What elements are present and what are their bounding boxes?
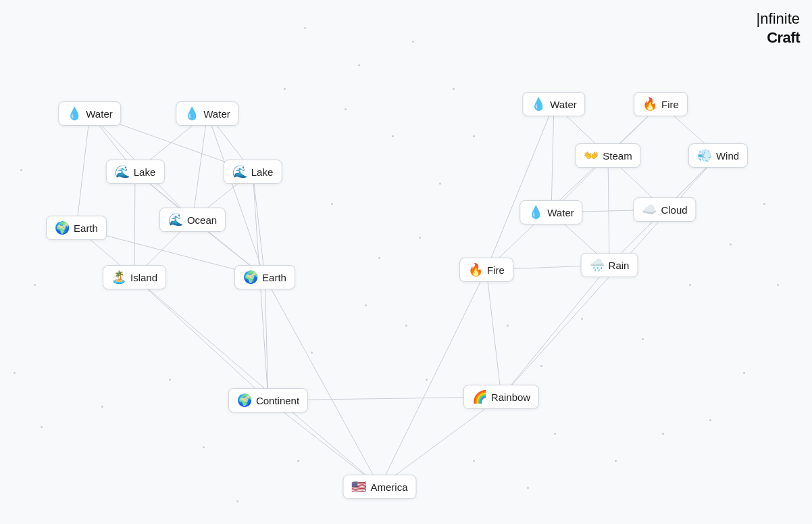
- node-label: America: [370, 481, 407, 493]
- node-emoji: 🌍: [243, 270, 258, 285]
- bg-dot: [473, 460, 475, 462]
- node-label: Ocean: [187, 214, 217, 226]
- node-label: Water: [203, 108, 230, 120]
- connection-line: [76, 114, 90, 228]
- bg-dot: [41, 426, 43, 428]
- node-emoji: 🏝️: [111, 270, 126, 285]
- bg-dot: [34, 284, 36, 286]
- node-america[interactable]: 🇺🇸America: [342, 475, 416, 499]
- bg-dot: [540, 365, 542, 367]
- node-fire1[interactable]: 🔥Fire: [634, 92, 688, 116]
- node-label: Earth: [262, 272, 286, 283]
- node-lake2[interactable]: 🌊Lake: [224, 160, 282, 184]
- bg-dot: [284, 88, 286, 90]
- node-emoji: 💧: [184, 106, 199, 121]
- bg-dot: [642, 338, 644, 340]
- connection-line: [193, 114, 207, 220]
- bg-dot: [581, 318, 583, 320]
- bg-dot: [304, 27, 306, 29]
- node-rainbow[interactable]: 🌈Rainbow: [463, 385, 539, 409]
- node-rain[interactable]: 🌧️Rain: [581, 253, 638, 277]
- bg-dot: [763, 203, 765, 205]
- logo-line2: Craft: [757, 28, 800, 47]
- node-steam[interactable]: 👐Steam: [575, 143, 640, 168]
- bg-dot: [453, 88, 455, 90]
- connection-line: [134, 277, 380, 487]
- connection-line: [268, 400, 380, 487]
- node-earth1[interactable]: 🌍Earth: [46, 216, 107, 240]
- node-emoji: 🌈: [472, 389, 487, 404]
- node-emoji: 💧: [528, 205, 543, 220]
- node-emoji: 🌧️: [590, 258, 605, 272]
- connection-canvas: [0, 0, 812, 524]
- node-label: Water: [86, 108, 112, 120]
- node-emoji: 🌍: [237, 393, 252, 408]
- bg-dot: [169, 379, 171, 381]
- node-emoji: 🌍: [55, 220, 70, 235]
- node-emoji: 👐: [584, 148, 599, 163]
- connection-line: [486, 104, 661, 270]
- bg-dot: [203, 446, 205, 448]
- node-label: Earth: [74, 222, 98, 234]
- connection-line: [486, 270, 501, 397]
- node-label: Lake: [134, 166, 156, 178]
- bg-dot: [331, 203, 333, 205]
- bg-dot: [689, 284, 691, 286]
- bg-dot: [473, 135, 475, 137]
- logo: |nfinite Craft: [757, 9, 800, 47]
- node-continent[interactable]: 🌍Continent: [228, 388, 308, 412]
- bg-dot: [101, 406, 103, 408]
- node-label: Rain: [609, 260, 630, 271]
- node-emoji: 🔥: [642, 97, 657, 112]
- connection-line: [551, 104, 554, 212]
- node-label: Continent: [256, 395, 299, 406]
- node-island[interactable]: 🏝️Island: [103, 265, 166, 289]
- bg-dot: [392, 135, 394, 137]
- node-label: Fire: [661, 99, 679, 110]
- bg-dot: [20, 169, 22, 171]
- connection-line: [501, 265, 609, 397]
- node-cloud[interactable]: ☁️Cloud: [633, 197, 696, 222]
- node-emoji: 🌊: [115, 164, 130, 179]
- node-emoji: 🌊: [232, 164, 247, 179]
- node-emoji: ☁️: [642, 202, 657, 217]
- node-water4[interactable]: 💧Water: [519, 200, 582, 224]
- bg-dot: [311, 352, 313, 354]
- node-wind[interactable]: 💨Wind: [688, 143, 748, 168]
- node-lake1[interactable]: 🌊Lake: [106, 160, 165, 184]
- connection-line: [380, 397, 501, 487]
- bg-dot: [365, 304, 367, 306]
- connection-line: [134, 277, 268, 400]
- node-label: Cloud: [661, 204, 687, 216]
- bg-dot: [412, 41, 414, 43]
- bg-dot: [345, 108, 347, 110]
- connection-line: [265, 277, 268, 400]
- node-water3[interactable]: 💧Water: [522, 92, 585, 116]
- node-earth2[interactable]: 🌍Earth: [234, 265, 295, 289]
- bg-dot: [730, 243, 732, 245]
- node-label: Fire: [487, 264, 505, 276]
- connection-line: [608, 156, 609, 265]
- connection-line: [134, 172, 135, 277]
- node-label: Island: [130, 272, 157, 283]
- bg-dot: [615, 460, 617, 462]
- node-fire2[interactable]: 🔥Fire: [459, 258, 513, 282]
- bg-dot: [777, 284, 779, 286]
- bg-dot: [662, 433, 664, 435]
- node-label: Wind: [716, 150, 739, 162]
- node-label: Rainbow: [491, 391, 530, 403]
- connection-line: [486, 104, 554, 270]
- node-emoji: 🌊: [168, 212, 183, 227]
- bg-dot: [507, 325, 509, 327]
- node-ocean[interactable]: 🌊Ocean: [159, 208, 226, 232]
- connection-line: [265, 277, 380, 487]
- node-water1[interactable]: 💧Water: [58, 101, 121, 126]
- bg-dot: [378, 257, 380, 259]
- node-emoji: 🇺🇸: [351, 479, 366, 494]
- bg-dot: [358, 64, 360, 66]
- node-label: Steam: [603, 150, 632, 162]
- node-water2[interactable]: 💧Water: [176, 101, 238, 126]
- node-emoji: 💧: [531, 97, 546, 112]
- logo-line1: |nfinite: [757, 9, 800, 28]
- bg-dot: [236, 500, 238, 502]
